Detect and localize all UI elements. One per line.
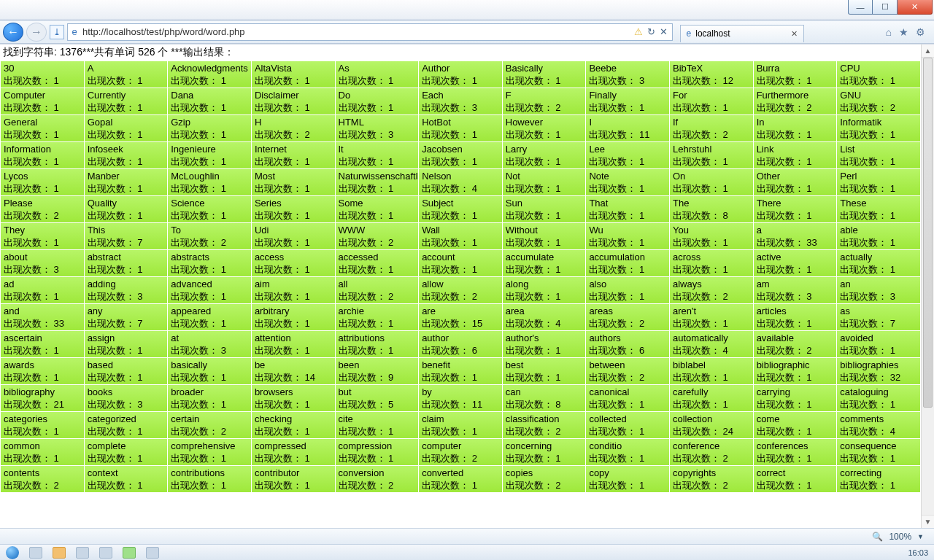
word-text: Sun [506,197,583,209]
word-count: 出现次数： 1 [673,371,750,384]
word-cell: basically出现次数： 1 [168,358,251,384]
word-text: Gzip [171,116,248,128]
word-count: 出现次数： 1 [88,425,165,438]
word-cell: compression出现次数： 1 [336,439,419,465]
taskbar-app-6[interactable] [146,547,159,559]
word-cell: archie出现次数： 1 [336,304,419,330]
word-cell: categorized出现次数： 1 [85,412,168,438]
tools-gear-icon[interactable]: ⚙ [916,26,925,38]
word-text: any [88,305,165,317]
scroll-up-arrow[interactable]: ▲ [922,44,934,58]
word-cell: Beebe出现次数： 3 [586,61,669,88]
word-text: at [171,332,248,344]
word-cell: a出现次数： 33 [754,223,837,249]
word-cell: GNU出现次数： 2 [837,88,920,114]
word-text: come [757,413,834,425]
word-cell: Lee出现次数： 1 [586,142,669,168]
word-text: copy [589,467,666,479]
word-cell: common出现次数： 1 [1,439,84,465]
refresh-icon[interactable]: ↻ [647,26,655,37]
word-cell: contributor出现次数： 1 [252,466,335,492]
word-text: copyrights [673,467,750,479]
word-text: consequence [840,440,917,452]
word-text: assign [88,332,165,344]
tab-strip: e localhost ✕ [680,22,877,42]
taskbar-app-4[interactable] [99,547,112,559]
window-minimize-button[interactable]: — [848,0,873,15]
word-cell: This出现次数： 7 [85,223,168,249]
word-cell: HTML出现次数： 3 [336,115,419,141]
word-count: 出现次数： 4 [673,344,750,357]
taskbar-app-3[interactable] [76,547,89,559]
taskbar-app-5[interactable] [123,547,136,559]
home-icon[interactable]: ⌂ [886,26,892,38]
word-cell: I出现次数： 11 [586,115,669,141]
word-cell: That出现次数： 1 [586,196,669,222]
word-count: 出现次数： 7 [88,236,165,249]
word-cell: books出现次数： 3 [85,385,168,411]
word-count: 出现次数： 2 [4,479,81,491]
scroll-thumb[interactable] [923,58,933,408]
word-cell: Ingenieure出现次数： 1 [168,142,251,168]
word-text: across [673,251,750,263]
word-text: WWW [339,224,416,236]
scroll-down-arrow[interactable]: ▼ [922,515,934,528]
word-count: 出现次数： 2 [589,317,666,330]
word-cell: Burra出现次数： 1 [754,61,837,88]
word-cell: General出现次数： 1 [1,115,84,141]
word-count: 出现次数： 2 [673,452,750,464]
word-text: Infoseek [88,143,165,155]
word-text: Internet [255,143,332,155]
taskbar-app-1[interactable] [29,547,42,559]
word-text: categorized [88,413,165,425]
word-count: 出现次数： 1 [255,74,332,87]
word-count: 出现次数： 1 [339,101,416,114]
word-cell: Some出现次数： 1 [336,196,419,222]
word-cell: correct出现次数： 1 [754,466,837,492]
favorites-icon[interactable]: ★ [899,26,908,38]
word-text: Subject [422,197,499,209]
window-maximize-button[interactable]: ☐ [873,0,898,15]
word-text: Most [255,170,332,182]
window-titlebar: — ☐ ✕ [0,0,934,20]
word-count: 出现次数： 1 [840,209,917,222]
stop-icon[interactable]: ✕ [660,26,668,37]
browser-toolbar: ← → ⤓ e http://localhost/test/php/word/w… [0,20,934,44]
compat-view-icon[interactable]: ⚠ [634,26,643,37]
word-text: biblabel [673,359,750,371]
word-text: computer [422,440,499,452]
word-cell: Jacobsen出现次数： 1 [419,142,502,168]
word-text: Not [506,170,583,182]
word-count: 出现次数： 2 [171,425,248,438]
word-count: 出现次数： 3 [171,344,248,357]
word-count: 出现次数： 1 [673,182,750,195]
word-cell: Science出现次数： 1 [168,196,251,222]
zoom-icon[interactable]: 🔍 [872,532,883,542]
word-count: 出现次数： 1 [4,371,81,384]
word-count: 出现次数： 3 [757,290,834,303]
word-text: as [840,305,917,317]
start-button[interactable] [6,546,19,559]
nav-page-button[interactable]: ⤓ [50,25,64,39]
taskbar-app-2[interactable] [53,547,66,559]
nav-forward-button[interactable]: → [26,23,47,42]
address-bar[interactable]: e http://localhost/test/php/word/word.ph… [67,23,673,41]
word-text: You [673,224,750,236]
page-body: 找到字符串: 1376***共有单词 526 个 ***输出结果： 30出现次数… [0,44,921,528]
word-text: Furthermore [757,89,834,101]
word-cell: articles出现次数： 1 [754,304,837,330]
nav-back-button[interactable]: ← [3,23,23,42]
browser-tab[interactable]: e localhost ✕ [680,25,804,42]
window-close-button[interactable]: ✕ [898,0,933,15]
word-cell: attention出现次数： 1 [252,331,335,357]
word-cell: but出现次数： 5 [336,385,419,411]
tab-close-icon[interactable]: ✕ [791,29,798,39]
zoom-dropdown-icon[interactable]: ▼ [917,533,924,540]
vertical-scrollbar[interactable]: ▲ ▼ [921,44,934,528]
word-count: 出现次数： 1 [506,209,583,222]
word-text: carrying [757,386,834,398]
word-count: 出现次数： 32 [840,371,917,384]
word-count: 出现次数： 1 [422,155,499,168]
word-text: If [673,116,750,128]
word-count: 出现次数： 1 [88,371,165,384]
